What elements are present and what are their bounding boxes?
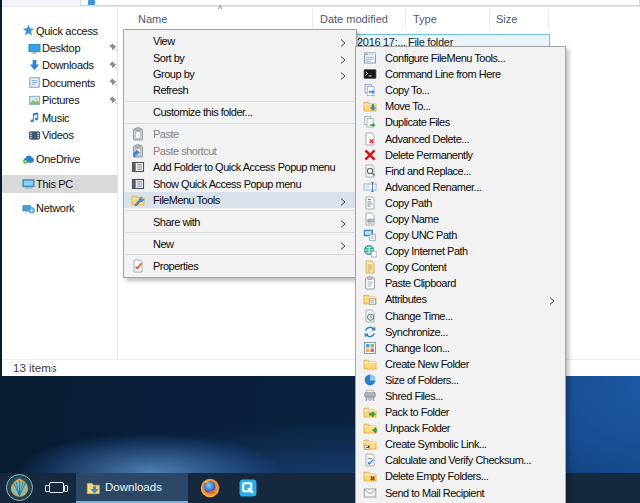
menu-item-duplicate-files[interactable]: Duplicate Files xyxy=(356,114,565,130)
menu-item-refresh[interactable]: Refresh xyxy=(124,82,356,98)
menu-item-label: Change Time... xyxy=(385,310,453,322)
menu-item-label: New xyxy=(153,238,174,250)
column-header-type[interactable]: Type xyxy=(413,10,437,28)
menu-item-advanced-delete[interactable]: Advanced Delete... xyxy=(356,130,565,146)
folder-size-icon xyxy=(363,373,377,387)
column-header-name[interactable]: Name xyxy=(138,10,167,28)
menu-item-find-and-replace[interactable]: Find and Replace... xyxy=(356,163,565,179)
menu-item-sort-by[interactable]: Sort by xyxy=(124,49,356,65)
sidebar-item-quick-access[interactable]: Quick access xyxy=(2,22,117,39)
menu-item-label: Copy Path xyxy=(385,197,432,209)
menu-item-copy-path[interactable]: Copy Path xyxy=(356,195,565,211)
menu-item-change-icon[interactable]: Change Icon... xyxy=(356,340,565,356)
menu-item-view[interactable]: View xyxy=(124,33,356,49)
menu-item-synchronize[interactable]: Synchronize... xyxy=(356,324,565,340)
q-app-icon[interactable] xyxy=(239,479,257,497)
sidebar-item-videos[interactable]: Videos xyxy=(2,126,117,143)
menu-item-create-symbolic-link[interactable]: Create Symbolic Link... xyxy=(356,436,565,452)
navigation-pane: Quick accessDesktopDownloadsDocumentsPic… xyxy=(2,7,117,360)
menu-item-copy-content[interactable]: Copy Content xyxy=(356,259,565,275)
sidebar-item-pictures[interactable]: Pictures xyxy=(2,92,117,109)
menu-item-label: Paste Clipboard xyxy=(385,277,456,289)
videos-icon xyxy=(28,129,41,142)
menu-separator xyxy=(126,123,354,124)
menu-item-label: Synchronize... xyxy=(385,326,448,338)
column-separator[interactable] xyxy=(312,9,313,28)
adv-delete-icon xyxy=(363,132,377,146)
sidebar-item-label: Music xyxy=(42,112,69,124)
menu-item-copy-unc-path[interactable]: Copy UNC Path xyxy=(356,227,565,243)
menu-item-group-by[interactable]: Group by xyxy=(124,66,356,82)
menu-item-add-folder-to-quick-access-popup-menu[interactable]: Add Folder to Quick Access Popup menu xyxy=(124,159,356,175)
menu-item-label: Advanced Renamer... xyxy=(385,181,481,193)
menu-item-paste-shortcut: Paste shortcut xyxy=(124,143,356,159)
paste-icon xyxy=(131,127,145,141)
task-view-button[interactable] xyxy=(49,482,64,493)
menu-item-copy-internet-path[interactable]: Copy Internet Path xyxy=(356,243,565,259)
menu-item-label: Copy To... xyxy=(385,84,429,96)
menu-item-new[interactable]: New xyxy=(124,236,356,252)
start-button[interactable] xyxy=(6,474,33,501)
menu-item-advanced-renamer[interactable]: Advanced Renamer... xyxy=(356,179,565,195)
menu-item-change-time[interactable]: Change Time... xyxy=(356,308,565,324)
menu-item-calculate-and-verify-checksum[interactable]: Calculate and Verify Checksum... xyxy=(356,452,565,468)
sidebar-item-downloads[interactable]: Downloads xyxy=(2,57,117,74)
sidebar-item-desktop[interactable]: Desktop xyxy=(2,39,117,56)
menu-item-create-new-folder[interactable]: Create New Folder xyxy=(356,356,565,372)
menu-separator xyxy=(126,232,354,233)
menu-item-show-quick-access-popup-menu[interactable]: Show Quick Access Popup menu xyxy=(124,175,356,191)
menu-item-properties[interactable]: Properties xyxy=(124,258,356,274)
sidebar-item-network[interactable]: Network xyxy=(2,200,117,217)
menu-item-label: Attributes xyxy=(385,293,426,305)
network-icon xyxy=(22,202,35,215)
properties-icon xyxy=(131,259,145,273)
menu-item-delete-empty-folders[interactable]: Delete Empty Folders... xyxy=(356,468,565,484)
menu-item-filemenu-tools[interactable]: FileMenu Tools xyxy=(124,192,356,208)
address-folder-icon xyxy=(88,0,95,5)
menu-item-customize-this-folder[interactable]: Customize this folder... xyxy=(124,104,356,120)
taskbar-task-downloads[interactable]: Downloads xyxy=(76,473,188,503)
menu-item-shred-files[interactable]: Shred Files... xyxy=(356,388,565,404)
column-separator[interactable] xyxy=(405,9,406,28)
menu-item-label: Group by xyxy=(153,68,194,80)
menu-item-pack-to-folder[interactable]: Pack to Folder xyxy=(356,404,565,420)
menu-item-move-to[interactable]: Move To... xyxy=(356,98,565,114)
menu-item-label: Create Symbolic Link... xyxy=(385,438,487,450)
menu-item-unpack-folder[interactable]: Unpack Folder xyxy=(356,420,565,436)
menu-item-paste: Paste xyxy=(124,126,356,142)
menu-item-copy-name[interactable]: abcCopy Name xyxy=(356,211,565,227)
sidebar-item-music[interactable]: Music xyxy=(2,109,117,126)
address-bar-strip xyxy=(2,0,640,7)
sidebar-item-this-pc[interactable]: This PC xyxy=(2,175,117,192)
shred-icon xyxy=(363,389,377,403)
sidebar-item-label: This PC xyxy=(36,178,73,190)
qa-popup-show-icon xyxy=(131,177,145,191)
menu-item-command-line-from-here[interactable]: Command Line from Here xyxy=(356,66,565,82)
paste-shortcut-icon xyxy=(131,144,145,158)
menu-item-send-to-mail-recipient[interactable]: Send to Mail Recipient xyxy=(356,485,565,501)
column-header-date-modified[interactable]: Date modified xyxy=(320,10,388,28)
submenu-arrow-icon xyxy=(339,37,347,45)
column-separator[interactable] xyxy=(548,9,549,28)
column-separator[interactable] xyxy=(489,9,490,28)
column-header-size[interactable]: Size xyxy=(496,10,517,28)
menu-item-label: FileMenu Tools xyxy=(153,194,220,206)
qa-popup-add-icon xyxy=(131,160,145,174)
menu-item-paste-clipboard[interactable]: Paste Clipboard xyxy=(356,275,565,291)
del-empty-icon xyxy=(363,469,377,483)
submenu-arrow-icon xyxy=(339,54,347,62)
address-bar-input[interactable] xyxy=(80,0,640,6)
menu-item-share-with[interactable]: Share with xyxy=(124,214,356,230)
menu-item-delete-permanently[interactable]: Delete Permanently xyxy=(356,147,565,163)
delete-perm-icon xyxy=(363,148,377,162)
firefox-icon[interactable] xyxy=(200,478,220,498)
sort-ascending-indicator: ^ xyxy=(218,4,222,14)
menu-item-copy-to[interactable]: Copy To... xyxy=(356,82,565,98)
menu-item-size-of-folders[interactable]: Size of Folders... xyxy=(356,372,565,388)
menu-item-configure-filemenu-tools[interactable]: Configure FileMenu Tools... xyxy=(356,50,565,66)
sidebar-item-documents[interactable]: Documents xyxy=(2,74,117,91)
sidebar-item-onedrive[interactable]: OneDrive xyxy=(2,151,117,168)
menu-item-attributes[interactable]: Attributes xyxy=(356,291,565,307)
checksum-icon xyxy=(363,453,377,467)
documents-icon xyxy=(28,76,41,89)
